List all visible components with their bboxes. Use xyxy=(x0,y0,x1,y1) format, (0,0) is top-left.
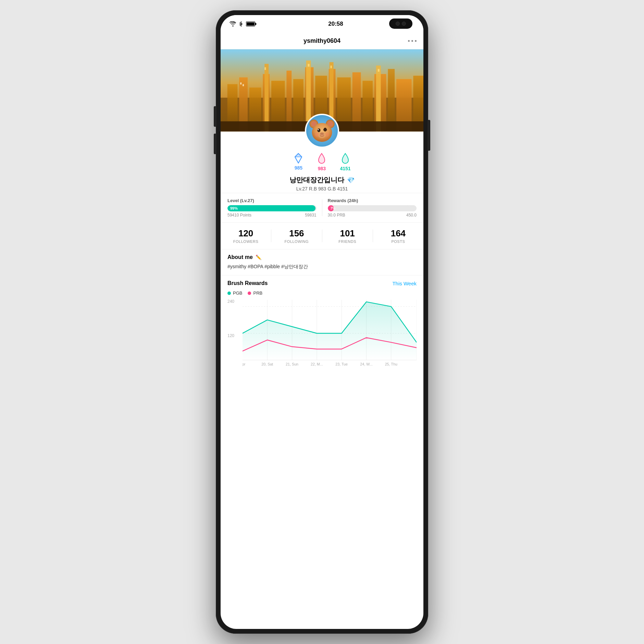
wifi-icon xyxy=(230,21,236,27)
level-progress-block: Level (Lv.27) 99% 59410 Points 59831 xyxy=(227,198,317,218)
display-name: 낭만대장간입니다 xyxy=(289,175,344,185)
edit-icon[interactable]: ✏️ xyxy=(256,255,261,260)
svg-rect-30 xyxy=(264,67,266,70)
following-count: 156 xyxy=(271,228,322,239)
gb-value: 4151 xyxy=(340,166,350,171)
x-label-tue: 23, Tue xyxy=(335,362,348,366)
svg-rect-3 xyxy=(247,23,255,26)
username-section: 낭만대장간입니다 💎 Lv.27 R.B 983 G.B 4151 xyxy=(221,174,423,193)
rewards-progress-block: Rewards (24h) 7% 30.0 PRB 450.0 xyxy=(328,198,417,218)
gb-icon xyxy=(341,153,350,164)
svg-rect-29 xyxy=(243,84,244,86)
prb-value: 983 xyxy=(318,166,326,171)
pgb-legend-label: PGB xyxy=(233,290,242,296)
following-item[interactable]: 156 FOLLOWING xyxy=(271,228,322,244)
rewards-label: Rewards (24h) xyxy=(328,198,417,203)
brush-rewards-title: Brush Rewards xyxy=(227,280,268,286)
followers-item[interactable]: 120 FOLLOWERS xyxy=(221,228,271,244)
prb-stat[interactable]: 983 xyxy=(317,153,326,171)
y-label-120: 120 xyxy=(227,333,234,338)
rewards-bar-percent: 7% xyxy=(331,207,335,210)
chart-wrapper: 240 120 xyxy=(227,299,417,369)
brush-rewards-chart: Apr 20, Sat 21, Sun 22, M... 23, Tue 24,… xyxy=(243,299,417,368)
about-title: About me xyxy=(227,254,253,260)
rewards-max: 450.0 xyxy=(406,213,417,218)
prb-legend-dot xyxy=(248,292,251,295)
avatar[interactable] xyxy=(305,114,339,148)
followers-count: 120 xyxy=(221,228,271,239)
more-menu-button[interactable] xyxy=(408,40,417,42)
stats-icons-row: 985 983 4151 xyxy=(221,148,423,174)
gb-stat[interactable]: 4151 xyxy=(340,153,350,171)
level-current-points: 59410 Points xyxy=(227,213,251,218)
pgb-legend: PGB xyxy=(227,290,242,296)
three-dots-icon[interactable] xyxy=(408,40,417,42)
rewards-progress-values: 30.0 PRB 450.0 xyxy=(328,213,417,218)
pgb-icon xyxy=(293,153,304,164)
svg-rect-2 xyxy=(255,23,257,25)
brush-rewards-section: Brush Rewards This Week PGB PRB 240 120 xyxy=(221,275,423,369)
svg-point-40 xyxy=(317,128,320,132)
bear-avatar-svg xyxy=(306,114,338,148)
diamond-badge-icon: 💎 xyxy=(347,176,355,184)
following-label: FOLLOWING xyxy=(271,239,322,244)
camera-lens-2 xyxy=(402,22,406,26)
progress-divider xyxy=(322,199,322,216)
y-label-240: 240 xyxy=(227,299,234,304)
followers-label: FOLLOWERS xyxy=(221,239,271,244)
bluetooth-icon xyxy=(239,21,243,27)
status-left xyxy=(230,21,257,27)
pgb-stat[interactable]: 985 xyxy=(293,153,304,171)
svg-rect-33 xyxy=(378,69,380,72)
power-button[interactable] xyxy=(428,120,430,151)
prb-icon xyxy=(317,153,326,164)
profile-username-header: ysmithy0604 xyxy=(304,37,340,45)
svg-point-42 xyxy=(318,129,319,130)
chart-y-axis: 240 120 xyxy=(227,299,234,368)
volume-down-button[interactable] xyxy=(214,134,216,154)
about-section: About me ✏️ #ysmithy #BOPA #pibble #낭만대장… xyxy=(221,249,423,275)
svg-rect-28 xyxy=(240,83,242,85)
pgb-legend-dot xyxy=(227,292,231,295)
x-label-apr: Apr xyxy=(243,362,246,366)
x-label-wed: 24, W... xyxy=(360,362,372,366)
followers-section: 120 FOLLOWERS 156 FOLLOWING 101 FRIENDS … xyxy=(221,223,423,249)
level-progress-values: 59410 Points 59831 xyxy=(227,213,317,218)
level-max-points: 59831 xyxy=(305,213,316,218)
this-week-button[interactable]: This Week xyxy=(392,281,417,286)
camera-lens-1 xyxy=(396,22,400,26)
pgb-value: 985 xyxy=(295,165,302,171)
rewards-progress-bar: 7% xyxy=(328,205,417,211)
friends-label: FRIENDS xyxy=(322,239,373,244)
x-label-thu: 25, Thu xyxy=(385,362,397,366)
phone-device: 20:58 ysmithy0604 xyxy=(216,10,428,634)
svg-rect-32 xyxy=(331,66,332,69)
phone-screen: 20:58 ysmithy0604 xyxy=(221,15,423,629)
friends-item[interactable]: 101 FRIENDS xyxy=(322,228,373,244)
svg-point-47 xyxy=(318,133,326,138)
rewards-current: 30.0 PRB xyxy=(328,213,345,218)
level-progress-bar: 99% xyxy=(227,205,317,211)
brush-rewards-header: Brush Rewards This Week xyxy=(227,280,417,286)
x-label-sun: 21, Sun xyxy=(286,362,298,366)
about-tags: #ysmithy #BOPA #pibble #낭만대장간 xyxy=(227,263,417,270)
posts-item[interactable]: 164 POSTS xyxy=(373,228,423,244)
progress-section: Level (Lv.27) 99% 59410 Points 59831 Rew… xyxy=(221,193,423,223)
rewards-bar-bg xyxy=(328,205,410,211)
svg-rect-31 xyxy=(308,64,310,67)
level-subtext: Lv.27 R.B 983 G.B 4151 xyxy=(227,186,417,191)
volume-up-button[interactable] xyxy=(214,106,216,127)
x-label-sat: 20, Sat xyxy=(261,362,273,366)
svg-marker-49 xyxy=(295,153,302,157)
level-label: Level (Lv.27) xyxy=(227,198,317,203)
level-bar-percent: 99% xyxy=(230,206,238,210)
status-bar: 20:58 xyxy=(221,15,423,33)
battery-icon xyxy=(246,21,257,27)
posts-count: 164 xyxy=(373,228,423,239)
x-label-mon: 22, M... xyxy=(311,362,323,366)
front-camera xyxy=(389,18,412,29)
about-header: About me ✏️ xyxy=(227,254,417,260)
avatar-section xyxy=(221,114,423,148)
prb-legend-label: PRB xyxy=(253,290,262,296)
posts-label: POSTS xyxy=(373,239,423,244)
